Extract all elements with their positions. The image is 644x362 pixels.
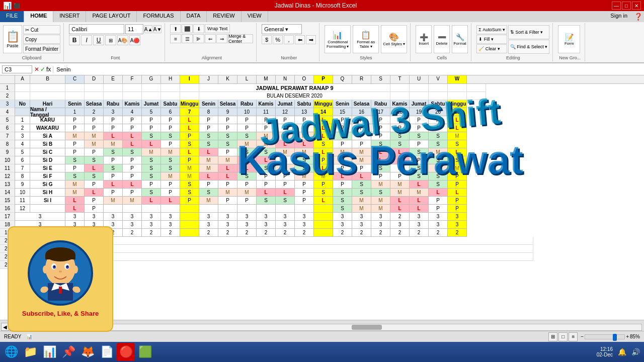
cell-val-r8-c2[interactable]: M: [104, 140, 123, 148]
row-num-6[interactable]: 6: [0, 124, 15, 132]
cell-val-r14-c14[interactable]: S: [333, 189, 352, 197]
col-header-h[interactable]: H: [161, 75, 180, 83]
cell-val-r16-c17[interactable]: L: [390, 205, 410, 213]
cell-k3[interactable]: Selasa: [218, 100, 237, 108]
cell-w3[interactable]: Minggu: [448, 100, 467, 108]
cell-val-r7-c6[interactable]: P: [180, 132, 199, 140]
cell-val-r10-c2[interactable]: P: [104, 156, 123, 164]
cell-val-r13-c20[interactable]: P: [448, 180, 467, 189]
row-num-11[interactable]: 11: [0, 164, 15, 172]
cell-val-r10-c0[interactable]: S: [65, 156, 85, 164]
col-header-u[interactable]: U: [410, 75, 429, 83]
cell-f2[interactable]: [123, 92, 142, 100]
cell-val-r9-c17[interactable]: L: [390, 148, 410, 156]
cell-val-r9-c5[interactable]: M: [161, 148, 180, 156]
cell-val-r10-c8[interactable]: M: [218, 156, 237, 164]
format-painter-button[interactable]: Format Painter: [23, 44, 60, 53]
summary-cell-r0-c1[interactable]: 3: [85, 213, 104, 221]
cell-styles-button[interactable]: 🎨 Cell Styles ▾: [381, 25, 407, 53]
summary-cell-r1-c13[interactable]: [314, 221, 333, 229]
cell-r3[interactable]: Selasa: [352, 100, 371, 108]
cell-val-r10-c6[interactable]: P: [180, 156, 199, 164]
cell-val-r16-c5[interactable]: [161, 205, 180, 213]
cell-val-r6-c2[interactable]: P: [104, 124, 123, 132]
cell-name-r12[interactable]: Si F: [30, 172, 65, 180]
cell-u1[interactable]: [429, 84, 448, 92]
cell-val-r11-c12[interactable]: S: [295, 164, 314, 172]
row-num-2[interactable]: 2: [0, 92, 15, 100]
cell-val-r12-c7[interactable]: L: [199, 172, 218, 180]
cell-val-r9-c10[interactable]: S: [257, 148, 276, 156]
cell-val-r11-c11[interactable]: M: [276, 164, 295, 172]
cell-val-r5-c8[interactable]: P: [218, 116, 237, 124]
cell-val-r10-c14[interactable]: M: [333, 156, 352, 164]
cell-e4[interactable]: 3: [104, 108, 123, 116]
cell-val-r5-c3[interactable]: P: [123, 116, 142, 124]
cell-val-r8-c0[interactable]: P: [65, 140, 85, 148]
delete-button[interactable]: ➖ Delete: [434, 25, 450, 53]
font-color-button[interactable]: A🔴: [129, 35, 140, 45]
col-header-r[interactable]: R: [352, 75, 371, 83]
cell-val-r12-c4[interactable]: S: [142, 172, 161, 180]
cell-s1[interactable]: [390, 84, 410, 92]
autosum-button[interactable]: Σ AutoSum ▾: [476, 25, 507, 34]
cell-val-r11-c7[interactable]: M: [199, 164, 218, 172]
cell-val-r13-c14[interactable]: P: [333, 180, 352, 189]
cell-val-r12-c2[interactable]: P: [104, 172, 123, 180]
summary-cell-r2-c11[interactable]: 2: [276, 229, 295, 237]
percent-button[interactable]: %: [273, 35, 283, 44]
cell-val-r15-c0[interactable]: L: [65, 197, 85, 205]
cell-val-r5-c16[interactable]: P: [371, 116, 390, 124]
col-header-n[interactable]: N: [276, 75, 295, 83]
row-num-15[interactable]: 15: [0, 197, 15, 205]
cell-f1[interactable]: [123, 84, 142, 92]
cell-e3[interactable]: Rabu: [104, 100, 123, 108]
cell-val-r13-c9[interactable]: P: [237, 180, 257, 189]
cell-val-r9-c1[interactable]: P: [85, 148, 104, 156]
merge-center-button[interactable]: Merge & Center: [228, 34, 253, 43]
summary-cell-r0-c7[interactable]: 3: [199, 213, 218, 221]
cell-val-r15-c7[interactable]: M: [199, 197, 218, 205]
cell-val-r13-c1[interactable]: P: [85, 180, 104, 189]
cell-val-r12-c0[interactable]: S: [65, 172, 85, 180]
cell-val-r13-c17[interactable]: M: [390, 180, 410, 189]
cell-i2[interactable]: [180, 92, 199, 100]
summary-cell-r2-c4[interactable]: 2: [142, 229, 161, 237]
cell-val-r15-c15[interactable]: M: [352, 197, 371, 205]
cell-val-r11-c2[interactable]: S: [104, 164, 123, 172]
summary-cell-r2-c17[interactable]: 2: [390, 229, 410, 237]
border-button[interactable]: ⊞: [105, 35, 116, 45]
cell-val-r10-c15[interactable]: M: [352, 156, 371, 164]
taskbar-firefox-button[interactable]: 🦊: [78, 343, 97, 361]
cell-val-r11-c19[interactable]: M: [429, 164, 448, 172]
col-header-f[interactable]: F: [123, 75, 142, 83]
cell-val-r16-c12[interactable]: [295, 205, 314, 213]
clear-button[interactable]: 🧹 Clear ▾: [476, 44, 507, 53]
cell-val-r11-c18[interactable]: S: [410, 164, 429, 172]
tab-data[interactable]: DATA: [181, 11, 207, 22]
col-header-m[interactable]: M: [257, 75, 276, 83]
cell-val-r8-c10[interactable]: M: [257, 140, 276, 148]
cell-h4[interactable]: 6: [161, 108, 180, 116]
maximize-button[interactable]: □: [622, 2, 631, 10]
taskbar-green-button[interactable]: 🟩: [136, 343, 154, 361]
cell-val-r14-c4[interactable]: S: [142, 189, 161, 197]
summary-cell-r0-c18[interactable]: 3: [410, 213, 429, 221]
cell-val-r7-c13[interactable]: L: [314, 132, 333, 140]
cell-val-r10-c5[interactable]: S: [161, 156, 180, 164]
cell-val-r11-c6[interactable]: M: [180, 164, 199, 172]
taskbar-excel-button[interactable]: 📊: [40, 343, 58, 361]
cell-val-r8-c20[interactable]: S: [448, 140, 467, 148]
cell-val-r6-c7[interactable]: P: [199, 124, 218, 132]
cell-a4[interactable]: [15, 108, 30, 116]
cell-val-r14-c19[interactable]: L: [429, 189, 448, 197]
cell-val-r6-c10[interactable]: P: [257, 124, 276, 132]
cell-val-r8-c6[interactable]: S: [180, 140, 199, 148]
cell-name-r6[interactable]: WAKARU: [30, 124, 65, 132]
col-header-d[interactable]: D: [85, 75, 104, 83]
cell-val-r9-c18[interactable]: S: [410, 148, 429, 156]
cell-c4[interactable]: 1: [65, 108, 85, 116]
cell-val-r10-c12[interactable]: S: [295, 156, 314, 164]
summary-cell-r0-c5[interactable]: 3: [161, 213, 180, 221]
cell-l3[interactable]: Rabu: [237, 100, 257, 108]
